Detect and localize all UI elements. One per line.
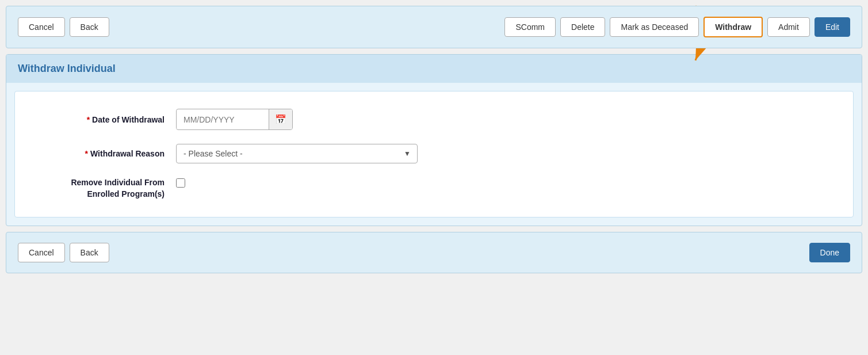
form-panel: *Date of Withdrawal 📅 *Withdrawal Reason… [14,91,854,217]
mark-as-deceased-button[interactable]: Mark as Deceased [610,17,699,37]
remove-individual-checkbox[interactable] [176,178,185,188]
calendar-button[interactable]: 📅 [269,109,292,129]
withdrawal-reason-select[interactable]: - Please Select - [176,144,418,163]
withdrawal-reason-label: *Withdrawal Reason [26,149,176,158]
date-of-withdrawal-input[interactable] [177,110,269,129]
date-of-withdrawal-label: *Date of Withdrawal [26,115,176,124]
delete-button[interactable]: Delete [560,17,605,37]
panel-title: Withdraw Individual [18,63,116,74]
top-toolbar: Cancel Back SComm Delete Mark as Decease… [6,6,862,48]
required-star-reason: * [85,149,88,158]
panel-header: Withdraw Individual [6,55,862,83]
main-panel: Withdraw Individual *Date of Withdrawal … [6,54,862,226]
remove-individual-label: Remove Individual FromEnrolled Program(s… [26,177,176,200]
withdraw-button[interactable]: Withdraw [703,17,763,37]
date-input-wrap: 📅 [176,109,293,130]
withdrawal-reason-select-wrap: - Please Select - ▼ [176,144,418,163]
cancel-button[interactable]: Cancel [18,17,65,37]
required-star-date: * [87,115,90,124]
back-button[interactable]: Back [70,17,109,37]
bottom-cancel-button[interactable]: Cancel [18,243,65,262]
done-button[interactable]: Done [809,243,850,262]
remove-individual-row: Remove Individual FromEnrolled Program(s… [26,177,842,200]
edit-button[interactable]: Edit [815,17,850,37]
bottom-toolbar: Cancel Back Done [6,232,862,273]
top-toolbar-right: SComm Delete Mark as Deceased Withdraw A… [504,17,850,37]
withdrawal-reason-row: *Withdrawal Reason - Please Select - ▼ [26,144,842,163]
bottom-back-button[interactable]: Back [70,243,109,262]
admit-button[interactable]: Admit [767,17,810,37]
date-of-withdrawal-row: *Date of Withdrawal 📅 [26,109,842,130]
top-toolbar-left: Cancel Back [18,17,109,37]
bottom-toolbar-left: Cancel Back [18,243,109,262]
scomm-button[interactable]: SComm [504,17,556,37]
